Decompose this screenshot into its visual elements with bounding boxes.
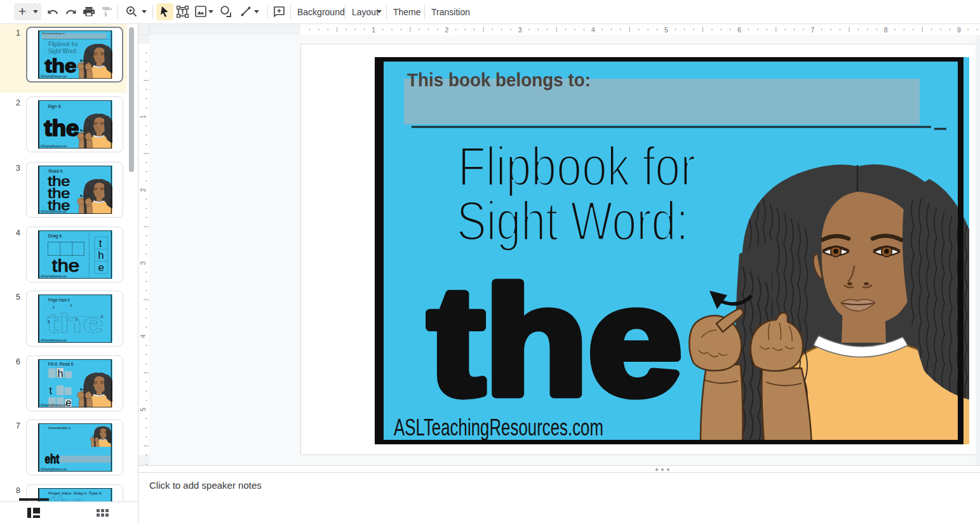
svg-text:9: 9 — [957, 26, 961, 34]
svg-text:3: 3 — [518, 26, 522, 34]
svg-text:5: 5 — [139, 407, 147, 411]
svg-text:7: 7 — [810, 26, 814, 34]
svg-text:8: 8 — [884, 26, 888, 34]
svg-text:6: 6 — [737, 26, 741, 34]
svg-text:2: 2 — [445, 26, 448, 34]
svg-text:5: 5 — [664, 26, 668, 34]
svg-text:4: 4 — [139, 334, 147, 338]
svg-text:1: 1 — [139, 115, 147, 119]
svg-text:3: 3 — [139, 262, 147, 265]
svg-text:1: 1 — [372, 26, 375, 34]
svg-text:2: 2 — [139, 188, 147, 192]
svg-text:4: 4 — [591, 26, 595, 34]
